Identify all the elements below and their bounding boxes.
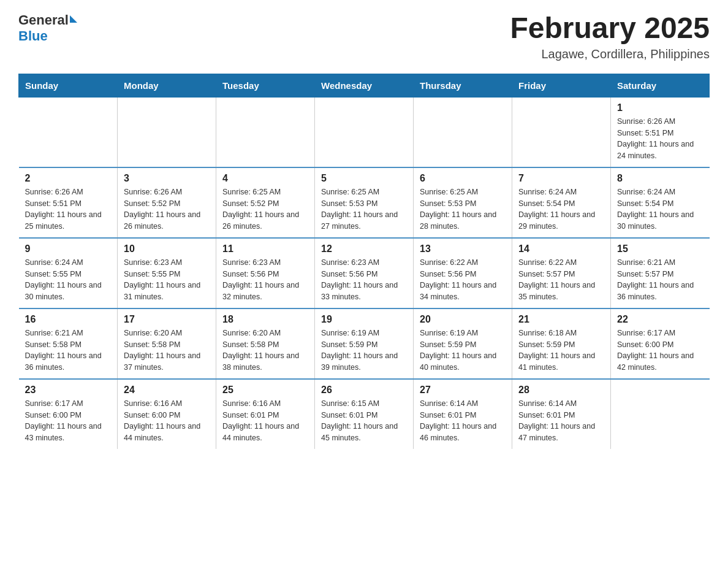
day-info: Sunrise: 6:26 AM Sunset: 5:52 PM Dayligh… <box>124 186 210 232</box>
calendar-cell: 25Sunrise: 6:16 AM Sunset: 6:01 PM Dayli… <box>216 379 315 449</box>
day-number: 7 <box>518 173 604 184</box>
col-tuesday: Tuesday <box>216 74 315 97</box>
calendar-header-row: Sunday Monday Tuesday Wednesday Thursday… <box>19 74 710 97</box>
day-info: Sunrise: 6:18 AM Sunset: 5:59 PM Dayligh… <box>518 327 604 373</box>
calendar-cell: 10Sunrise: 6:23 AM Sunset: 5:55 PM Dayli… <box>118 238 216 308</box>
calendar-cell: 23Sunrise: 6:17 AM Sunset: 6:00 PM Dayli… <box>19 379 118 449</box>
day-info: Sunrise: 6:22 AM Sunset: 5:56 PM Dayligh… <box>420 257 506 303</box>
day-info: Sunrise: 6:17 AM Sunset: 6:00 PM Dayligh… <box>25 398 112 444</box>
day-number: 18 <box>222 314 308 325</box>
calendar-week-row: 9Sunrise: 6:24 AM Sunset: 5:55 PM Daylig… <box>19 238 710 308</box>
calendar-cell: 7Sunrise: 6:24 AM Sunset: 5:54 PM Daylig… <box>512 167 611 238</box>
day-number: 3 <box>124 173 210 184</box>
calendar-cell: 19Sunrise: 6:19 AM Sunset: 5:59 PM Dayli… <box>315 308 414 379</box>
day-info: Sunrise: 6:26 AM Sunset: 5:51 PM Dayligh… <box>617 116 703 162</box>
day-info: Sunrise: 6:19 AM Sunset: 5:59 PM Dayligh… <box>420 327 506 373</box>
day-info: Sunrise: 6:25 AM Sunset: 5:52 PM Dayligh… <box>222 186 308 232</box>
logo-triangle-icon <box>70 15 77 23</box>
calendar-cell <box>118 97 216 167</box>
col-saturday: Saturday <box>611 74 710 97</box>
col-thursday: Thursday <box>414 74 512 97</box>
calendar-week-row: 2Sunrise: 6:26 AM Sunset: 5:51 PM Daylig… <box>19 167 710 238</box>
day-number: 5 <box>321 173 407 184</box>
day-info: Sunrise: 6:23 AM Sunset: 5:56 PM Dayligh… <box>321 257 407 303</box>
calendar-cell: 2Sunrise: 6:26 AM Sunset: 5:51 PM Daylig… <box>19 167 118 238</box>
calendar-cell: 3Sunrise: 6:26 AM Sunset: 5:52 PM Daylig… <box>118 167 216 238</box>
calendar-cell <box>216 97 315 167</box>
logo-blue-text: Blue <box>18 28 48 44</box>
day-number: 15 <box>617 243 703 255</box>
day-info: Sunrise: 6:20 AM Sunset: 5:58 PM Dayligh… <box>124 327 210 373</box>
calendar-cell: 27Sunrise: 6:14 AM Sunset: 6:01 PM Dayli… <box>414 379 512 449</box>
calendar-title-block: February 2025 Lagawe, Cordillera, Philip… <box>510 12 710 61</box>
calendar-cell: 12Sunrise: 6:23 AM Sunset: 5:56 PM Dayli… <box>315 238 414 308</box>
day-info: Sunrise: 6:25 AM Sunset: 5:53 PM Dayligh… <box>420 186 506 232</box>
day-number: 4 <box>222 173 308 184</box>
day-info: Sunrise: 6:20 AM Sunset: 5:58 PM Dayligh… <box>222 327 308 373</box>
calendar-cell: 20Sunrise: 6:19 AM Sunset: 5:59 PM Dayli… <box>414 308 512 379</box>
day-info: Sunrise: 6:14 AM Sunset: 6:01 PM Dayligh… <box>420 398 506 444</box>
day-number: 25 <box>222 385 308 396</box>
day-number: 14 <box>518 243 604 255</box>
day-number: 17 <box>124 314 210 325</box>
day-info: Sunrise: 6:16 AM Sunset: 6:00 PM Dayligh… <box>124 398 210 444</box>
calendar-cell: 5Sunrise: 6:25 AM Sunset: 5:53 PM Daylig… <box>315 167 414 238</box>
day-number: 13 <box>420 243 506 255</box>
day-info: Sunrise: 6:15 AM Sunset: 6:01 PM Dayligh… <box>321 398 407 444</box>
calendar-cell: 14Sunrise: 6:22 AM Sunset: 5:57 PM Dayli… <box>512 238 611 308</box>
calendar-cell: 28Sunrise: 6:14 AM Sunset: 6:01 PM Dayli… <box>512 379 611 449</box>
day-number: 16 <box>25 314 112 325</box>
day-number: 2 <box>25 173 112 184</box>
day-info: Sunrise: 6:21 AM Sunset: 5:57 PM Dayligh… <box>617 257 703 303</box>
calendar-cell: 13Sunrise: 6:22 AM Sunset: 5:56 PM Dayli… <box>414 238 512 308</box>
calendar-cell: 1Sunrise: 6:26 AM Sunset: 5:51 PM Daylig… <box>611 97 710 167</box>
day-info: Sunrise: 6:24 AM Sunset: 5:54 PM Dayligh… <box>518 186 604 232</box>
calendar-cell: 17Sunrise: 6:20 AM Sunset: 5:58 PM Dayli… <box>118 308 216 379</box>
calendar-cell: 6Sunrise: 6:25 AM Sunset: 5:53 PM Daylig… <box>414 167 512 238</box>
day-number: 23 <box>25 385 112 396</box>
day-number: 8 <box>617 173 703 184</box>
day-number: 20 <box>420 314 506 325</box>
col-friday: Friday <box>512 74 611 97</box>
day-info: Sunrise: 6:14 AM Sunset: 6:01 PM Dayligh… <box>518 398 604 444</box>
day-number: 1 <box>617 102 703 113</box>
calendar-cell: 8Sunrise: 6:24 AM Sunset: 5:54 PM Daylig… <box>611 167 710 238</box>
day-info: Sunrise: 6:16 AM Sunset: 6:01 PM Dayligh… <box>222 398 308 444</box>
day-number: 28 <box>518 385 604 396</box>
logo-general-text: General <box>18 12 69 28</box>
day-info: Sunrise: 6:23 AM Sunset: 5:56 PM Dayligh… <box>222 257 308 303</box>
calendar-cell: 11Sunrise: 6:23 AM Sunset: 5:56 PM Dayli… <box>216 238 315 308</box>
calendar-cell: 15Sunrise: 6:21 AM Sunset: 5:57 PM Dayli… <box>611 238 710 308</box>
calendar-week-row: 23Sunrise: 6:17 AM Sunset: 6:00 PM Dayli… <box>19 379 710 449</box>
day-info: Sunrise: 6:21 AM Sunset: 5:58 PM Dayligh… <box>25 327 112 373</box>
day-number: 6 <box>420 173 506 184</box>
col-wednesday: Wednesday <box>315 74 414 97</box>
calendar-subtitle: Lagawe, Cordillera, Philippines <box>510 47 710 61</box>
day-info: Sunrise: 6:23 AM Sunset: 5:55 PM Dayligh… <box>124 257 210 303</box>
day-info: Sunrise: 6:26 AM Sunset: 5:51 PM Dayligh… <box>25 186 112 232</box>
day-number: 11 <box>222 243 308 255</box>
calendar-table: Sunday Monday Tuesday Wednesday Thursday… <box>18 74 710 449</box>
day-number: 12 <box>321 243 407 255</box>
calendar-cell: 26Sunrise: 6:15 AM Sunset: 6:01 PM Dayli… <box>315 379 414 449</box>
col-monday: Monday <box>118 74 216 97</box>
calendar-title: February 2025 <box>510 12 710 45</box>
calendar-cell: 16Sunrise: 6:21 AM Sunset: 5:58 PM Dayli… <box>19 308 118 379</box>
day-info: Sunrise: 6:24 AM Sunset: 5:54 PM Dayligh… <box>617 186 703 232</box>
calendar-cell <box>414 97 512 167</box>
day-number: 26 <box>321 385 407 396</box>
calendar-week-row: 1Sunrise: 6:26 AM Sunset: 5:51 PM Daylig… <box>19 97 710 167</box>
day-info: Sunrise: 6:24 AM Sunset: 5:55 PM Dayligh… <box>25 257 112 303</box>
calendar-cell <box>512 97 611 167</box>
calendar-cell: 18Sunrise: 6:20 AM Sunset: 5:58 PM Dayli… <box>216 308 315 379</box>
day-info: Sunrise: 6:22 AM Sunset: 5:57 PM Dayligh… <box>518 257 604 303</box>
day-info: Sunrise: 6:25 AM Sunset: 5:53 PM Dayligh… <box>321 186 407 232</box>
calendar-cell: 21Sunrise: 6:18 AM Sunset: 5:59 PM Dayli… <box>512 308 611 379</box>
day-number: 22 <box>617 314 703 325</box>
calendar-cell: 24Sunrise: 6:16 AM Sunset: 6:00 PM Dayli… <box>118 379 216 449</box>
day-number: 10 <box>124 243 210 255</box>
logo: General Blue <box>18 12 77 44</box>
day-number: 27 <box>420 385 506 396</box>
day-info: Sunrise: 6:17 AM Sunset: 6:00 PM Dayligh… <box>617 327 703 373</box>
calendar-cell <box>19 97 118 167</box>
